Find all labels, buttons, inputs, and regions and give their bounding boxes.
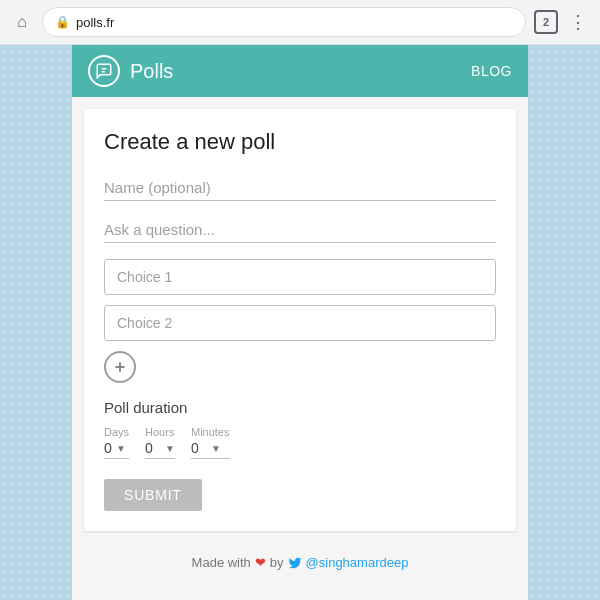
- question-input[interactable]: [104, 217, 496, 243]
- choice1-wrapper: [104, 259, 496, 295]
- made-with-text: Made with: [192, 555, 251, 570]
- name-field-wrapper: [104, 175, 496, 201]
- name-input[interactable]: [104, 175, 496, 201]
- hours-label: Hours: [145, 426, 175, 438]
- lock-icon: 🔒: [55, 15, 70, 29]
- duration-label: Poll duration: [104, 399, 496, 416]
- browser-menu-button[interactable]: ⋮: [566, 10, 590, 34]
- address-bar[interactable]: 🔒 polls.fr: [42, 7, 526, 37]
- tab-count[interactable]: 2: [534, 10, 558, 34]
- home-button[interactable]: ⌂: [10, 10, 34, 34]
- duration-row: Days 0 1 2 3 4 5 6 7 ▼ H: [104, 426, 496, 459]
- question-field-wrapper: [104, 217, 496, 243]
- page-title: Create a new poll: [104, 129, 496, 155]
- days-select[interactable]: 0 1 2 3 4 5 6 7: [104, 440, 116, 456]
- hours-field: Hours 0 1 2 3 6 12 18 23 ▼: [145, 426, 175, 459]
- blog-link[interactable]: BLOG: [471, 63, 512, 79]
- choice2-wrapper: [104, 305, 496, 341]
- choice2-input[interactable]: [117, 315, 483, 331]
- browser-chrome: ⌂ 🔒 polls.fr 2 ⋮: [0, 0, 600, 45]
- days-field: Days 0 1 2 3 4 5 6 7 ▼: [104, 426, 129, 459]
- hours-select-wrapper: 0 1 2 3 6 12 18 23 ▼: [145, 440, 175, 459]
- app-header: Polls BLOG: [72, 45, 528, 97]
- days-chevron-icon: ▼: [116, 443, 126, 454]
- home-icon: ⌂: [17, 13, 27, 31]
- by-text: by: [270, 555, 284, 570]
- browser-toolbar: ⌂ 🔒 polls.fr 2 ⋮: [0, 0, 600, 44]
- submit-button[interactable]: SUBMIT: [104, 479, 202, 511]
- minutes-field: Minutes 0 15 30 45 ▼: [191, 426, 230, 459]
- minutes-select[interactable]: 0 15 30 45: [191, 440, 211, 456]
- hours-chevron-icon: ▼: [165, 443, 175, 454]
- polls-logo-icon: [88, 55, 120, 87]
- choice1-input[interactable]: [117, 269, 483, 285]
- minutes-label: Minutes: [191, 426, 230, 438]
- url-text: polls.fr: [76, 15, 114, 30]
- hours-select[interactable]: 0 1 2 3 6 12 18 23: [145, 440, 165, 456]
- heart-icon: ❤: [255, 555, 266, 570]
- twitter-icon: [288, 556, 302, 570]
- twitter-handle[interactable]: @singhamardeep: [306, 555, 409, 570]
- days-label: Days: [104, 426, 129, 438]
- page-footer: Made with ❤ by @singhamardeep: [72, 543, 528, 582]
- page-wrapper: Polls BLOG Create a new poll: [72, 45, 528, 600]
- add-choice-button[interactable]: [104, 351, 136, 383]
- app-header-left: Polls: [88, 55, 173, 87]
- minutes-select-wrapper: 0 15 30 45 ▼: [191, 440, 230, 459]
- app-title: Polls: [130, 60, 173, 83]
- minutes-chevron-icon: ▼: [211, 443, 221, 454]
- days-select-wrapper: 0 1 2 3 4 5 6 7 ▼: [104, 440, 129, 459]
- content-card: Create a new poll Poll duration: [84, 109, 516, 531]
